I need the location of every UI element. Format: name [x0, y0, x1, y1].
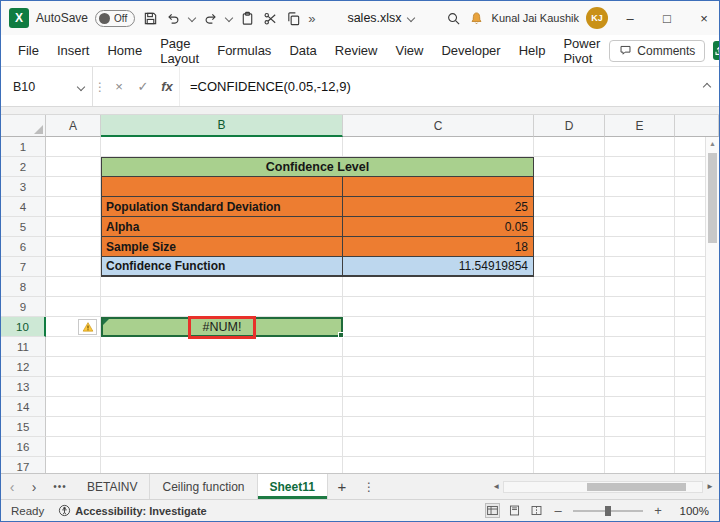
tab-help[interactable]: Help: [510, 35, 555, 66]
horizontal-scroll-track[interactable]: [503, 481, 703, 493]
user-avatar[interactable]: KJ: [586, 7, 608, 29]
error-trace-button[interactable]: [78, 319, 97, 335]
cell-A12[interactable]: [46, 357, 101, 377]
maximize-button[interactable]: □: [652, 1, 682, 35]
name-box[interactable]: B10: [1, 67, 93, 106]
row-header-1[interactable]: 1: [1, 137, 46, 157]
cell-E14[interactable]: [605, 397, 675, 417]
tab-review[interactable]: Review: [326, 35, 387, 66]
column-header-partial[interactable]: [675, 115, 719, 137]
cell-B13[interactable]: [101, 377, 343, 397]
excel-logo-icon[interactable]: X: [9, 8, 29, 28]
vertical-scrollbar[interactable]: ▲: [705, 137, 719, 473]
cell-E12[interactable]: [605, 357, 675, 377]
cell-A14[interactable]: [46, 397, 101, 417]
sheet-tab-sheet11-active[interactable]: Sheet11: [258, 474, 328, 499]
tab-insert[interactable]: Insert: [48, 35, 99, 66]
cell-D8[interactable]: [534, 277, 605, 297]
cell-A10[interactable]: [46, 317, 101, 337]
cell-C17[interactable]: [343, 457, 534, 473]
cell-C9[interactable]: [343, 297, 534, 317]
row-header-15[interactable]: 15: [1, 417, 46, 437]
paste-icon[interactable]: [239, 10, 255, 26]
row-header-2[interactable]: 2: [1, 157, 46, 177]
cell-E7[interactable]: [605, 257, 675, 277]
cell-A4[interactable]: [46, 197, 101, 217]
cut-icon[interactable]: [262, 10, 278, 26]
tab-view[interactable]: View: [386, 35, 432, 66]
cell-C4-value[interactable]: 25: [343, 197, 534, 217]
normal-view-icon[interactable]: [486, 504, 499, 517]
cell-B8[interactable]: [101, 277, 343, 297]
cell-D13[interactable]: [534, 377, 605, 397]
cell-A9[interactable]: [46, 297, 101, 317]
tab-home[interactable]: Home: [98, 35, 151, 66]
zoom-level[interactable]: 100%: [673, 505, 709, 517]
cell-C3[interactable]: [343, 177, 534, 197]
row-header-10[interactable]: 10: [1, 317, 46, 337]
cell-C16[interactable]: [343, 437, 534, 457]
search-icon[interactable]: [446, 10, 462, 26]
cell-C7-value[interactable]: 11.54919854: [343, 257, 534, 277]
row-header-12[interactable]: 12: [1, 357, 46, 377]
cell-B7-label[interactable]: Confidence Function: [101, 257, 343, 277]
row-header-4[interactable]: 4: [1, 197, 46, 217]
cell-E11[interactable]: [605, 337, 675, 357]
copy-icon[interactable]: [285, 10, 301, 26]
tab-power-pivot[interactable]: Power Pivot: [554, 35, 609, 66]
cell-D9[interactable]: [534, 297, 605, 317]
cell-D6[interactable]: [534, 237, 605, 257]
horizontal-scrollbar[interactable]: ◄ ►: [487, 474, 719, 499]
column-header-A[interactable]: A: [46, 115, 101, 137]
document-title[interactable]: sales.xlsx: [347, 11, 413, 25]
cell-E6[interactable]: [605, 237, 675, 257]
zoom-slider-thumb[interactable]: [605, 506, 611, 516]
cell-B11[interactable]: [101, 337, 343, 357]
cell-E8[interactable]: [605, 277, 675, 297]
row-header-9[interactable]: 9: [1, 297, 46, 317]
undo-dropdown-icon[interactable]: [188, 14, 196, 22]
horizontal-scroll-thumb[interactable]: [587, 483, 686, 491]
page-layout-view-icon[interactable]: [508, 504, 521, 517]
column-header-E[interactable]: E: [605, 115, 675, 137]
cell-B3[interactable]: [101, 177, 343, 197]
zoom-out-icon[interactable]: –: [552, 503, 564, 518]
cell-B14[interactable]: [101, 397, 343, 417]
cell-B10-selected[interactable]: #NUM!: [101, 317, 343, 337]
cell-B9[interactable]: [101, 297, 343, 317]
scroll-up-icon[interactable]: ▲: [709, 137, 716, 147]
cell-A15[interactable]: [46, 417, 101, 437]
scroll-right-icon[interactable]: ►: [706, 482, 714, 491]
redo-icon[interactable]: [202, 10, 218, 26]
autosave-toggle[interactable]: Off: [95, 10, 135, 27]
cell-B17[interactable]: [101, 457, 343, 473]
row-header-13[interactable]: 13: [1, 377, 46, 397]
cell-D10[interactable]: [534, 317, 605, 337]
cell-A16[interactable]: [46, 437, 101, 457]
column-header-D[interactable]: D: [534, 115, 605, 137]
fill-handle[interactable]: [338, 332, 344, 338]
cell-C1[interactable]: [343, 137, 534, 157]
cell-A17[interactable]: [46, 457, 101, 473]
cell-E4[interactable]: [605, 197, 675, 217]
cancel-entry-icon[interactable]: ×: [107, 67, 131, 106]
cell-C6-value[interactable]: 18: [343, 237, 534, 257]
cell-E3[interactable]: [605, 177, 675, 197]
zoom-in-icon[interactable]: +: [652, 503, 664, 518]
page-break-view-icon[interactable]: [530, 504, 543, 517]
cell-C13[interactable]: [343, 377, 534, 397]
cell-D1[interactable]: [534, 137, 605, 157]
cell-E5[interactable]: [605, 217, 675, 237]
quick-access-overflow-icon[interactable]: »: [308, 11, 315, 26]
row-header-17[interactable]: 17: [1, 457, 46, 473]
cell-E15[interactable]: [605, 417, 675, 437]
cell-C10[interactable]: [343, 317, 534, 337]
cell-D4[interactable]: [534, 197, 605, 217]
cell-B5-label[interactable]: Alpha: [101, 217, 343, 237]
confirm-entry-icon[interactable]: ✓: [131, 67, 155, 106]
sheet-nav-left-icon[interactable]: ‹: [1, 474, 23, 499]
new-sheet-button[interactable]: +: [328, 474, 356, 499]
cell-B1[interactable]: [101, 137, 343, 157]
zoom-slider[interactable]: [573, 510, 643, 512]
cell-D11[interactable]: [534, 337, 605, 357]
